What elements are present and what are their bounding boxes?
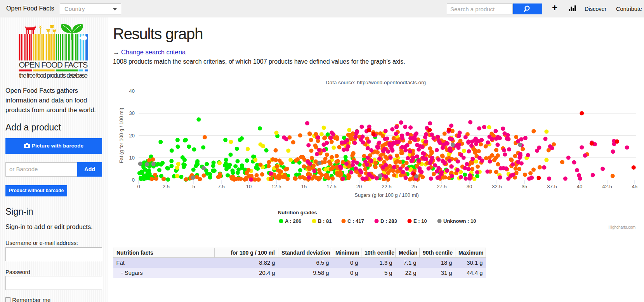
- svg-text:Fat (g for 100 g / 100 ml): Fat (g for 100 g / 100 ml): [118, 108, 124, 163]
- svg-text:2.5: 2.5: [163, 184, 170, 189]
- svg-text:17.5: 17.5: [326, 184, 336, 189]
- svg-text:Nutrition grades: Nutrition grades: [278, 210, 317, 215]
- svg-text:B : 81: B : 81: [318, 218, 332, 224]
- svg-text:40: 40: [577, 184, 582, 189]
- svg-text:10: 10: [129, 155, 135, 161]
- svg-text:C : 417: C : 417: [347, 218, 364, 224]
- svg-text:15: 15: [301, 184, 307, 189]
- svg-text:E : 10: E : 10: [413, 218, 427, 224]
- svg-text:0: 0: [132, 177, 135, 183]
- svg-text:42.5: 42.5: [602, 184, 612, 189]
- svg-text:32.5: 32.5: [492, 184, 502, 189]
- svg-text:20: 20: [129, 133, 135, 139]
- svg-text:10: 10: [246, 184, 252, 189]
- svg-text:0: 0: [137, 184, 140, 189]
- svg-text:Unknown : 10: Unknown : 10: [443, 218, 476, 224]
- svg-text:the free food products databas: the free food products database: [19, 72, 88, 79]
- svg-text:30: 30: [129, 110, 135, 116]
- svg-text:12.5: 12.5: [271, 184, 281, 189]
- svg-text:25: 25: [411, 184, 417, 189]
- svg-text:D : 283: D : 283: [380, 218, 397, 224]
- svg-text:27.5: 27.5: [437, 184, 446, 189]
- svg-text:Highcharts.com: Highcharts.com: [609, 225, 635, 229]
- svg-text:A : 206: A : 206: [285, 218, 301, 224]
- svg-text:Data source: http://world.open: Data source: http://world.openfoodfacts.…: [326, 80, 426, 85]
- svg-text:5: 5: [192, 184, 195, 189]
- svg-text:7.5: 7.5: [218, 184, 225, 189]
- svg-text:45: 45: [632, 184, 637, 189]
- svg-text:20: 20: [356, 184, 362, 189]
- svg-text:OPEN FOOD FACTS: OPEN FOOD FACTS: [19, 60, 88, 69]
- svg-text:Sugars (g for 100 g / 100 ml): Sugars (g for 100 g / 100 ml): [354, 192, 418, 198]
- svg-text:37.5: 37.5: [547, 184, 557, 189]
- svg-text:35: 35: [522, 184, 527, 189]
- svg-text:22.5: 22.5: [382, 184, 391, 189]
- svg-text:30: 30: [467, 184, 472, 189]
- svg-text:40: 40: [129, 88, 135, 94]
